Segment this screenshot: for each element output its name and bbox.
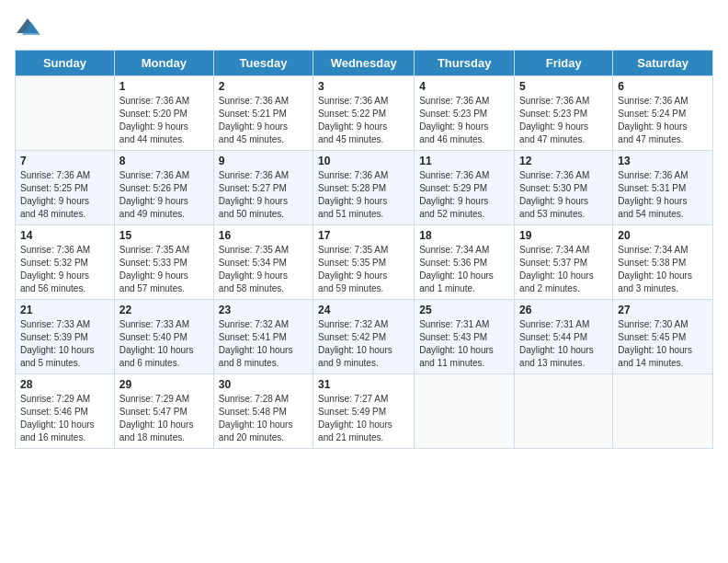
calendar-cell: 9Sunrise: 7:36 AM Sunset: 5:27 PM Daylig… — [213, 151, 313, 225]
calendar-cell: 12Sunrise: 7:36 AM Sunset: 5:30 PM Dayli… — [515, 151, 613, 225]
weekday-header-thursday: Thursday — [415, 51, 515, 76]
day-number: 6 — [618, 80, 708, 93]
calendar-cell — [515, 374, 613, 449]
weekday-header-tuesday: Tuesday — [213, 51, 313, 76]
calendar-cell: 28Sunrise: 7:29 AM Sunset: 5:46 PM Dayli… — [16, 374, 115, 449]
logo — [15, 15, 44, 40]
calendar-cell: 27Sunrise: 7:30 AM Sunset: 5:45 PM Dayli… — [613, 300, 713, 374]
day-sun-info: Sunrise: 7:34 AM Sunset: 5:36 PM Dayligh… — [419, 244, 509, 295]
calendar-cell — [415, 374, 515, 449]
day-number: 14 — [20, 229, 109, 242]
calendar-week-row: 1Sunrise: 7:36 AM Sunset: 5:20 PM Daylig… — [16, 76, 713, 151]
calendar-cell: 7Sunrise: 7:36 AM Sunset: 5:25 PM Daylig… — [16, 151, 115, 225]
day-sun-info: Sunrise: 7:36 AM Sunset: 5:23 PM Dayligh… — [519, 95, 608, 146]
day-number: 21 — [20, 304, 109, 316]
day-number: 26 — [519, 304, 608, 316]
day-sun-info: Sunrise: 7:28 AM Sunset: 5:48 PM Dayligh… — [219, 393, 308, 444]
day-sun-info: Sunrise: 7:35 AM Sunset: 5:34 PM Dayligh… — [219, 244, 308, 295]
weekday-header-row: SundayMondayTuesdayWednesdayThursdayFrid… — [16, 51, 713, 76]
day-sun-info: Sunrise: 7:36 AM Sunset: 5:32 PM Dayligh… — [20, 244, 109, 295]
calendar-cell: 3Sunrise: 7:36 AM Sunset: 5:22 PM Daylig… — [313, 76, 415, 151]
calendar-cell: 13Sunrise: 7:36 AM Sunset: 5:31 PM Dayli… — [613, 151, 713, 225]
day-number: 20 — [618, 229, 708, 242]
day-number: 29 — [119, 378, 209, 391]
day-number: 27 — [618, 304, 708, 316]
logo-icon — [15, 15, 40, 40]
day-number: 22 — [119, 304, 209, 316]
day-number: 5 — [519, 80, 608, 93]
calendar-cell: 14Sunrise: 7:36 AM Sunset: 5:32 PM Dayli… — [16, 225, 115, 300]
calendar-body: 1Sunrise: 7:36 AM Sunset: 5:20 PM Daylig… — [16, 76, 713, 449]
day-sun-info: Sunrise: 7:36 AM Sunset: 5:22 PM Dayligh… — [318, 95, 409, 146]
day-sun-info: Sunrise: 7:36 AM Sunset: 5:23 PM Dayligh… — [419, 95, 509, 146]
day-number: 10 — [318, 155, 409, 167]
day-number: 3 — [318, 80, 409, 93]
calendar-cell — [16, 76, 115, 151]
day-sun-info: Sunrise: 7:29 AM Sunset: 5:47 PM Dayligh… — [119, 393, 209, 444]
day-number: 9 — [219, 155, 308, 167]
day-sun-info: Sunrise: 7:34 AM Sunset: 5:38 PM Dayligh… — [618, 244, 708, 295]
day-sun-info: Sunrise: 7:35 AM Sunset: 5:33 PM Dayligh… — [119, 244, 209, 295]
day-number: 17 — [318, 229, 409, 242]
calendar-week-row: 28Sunrise: 7:29 AM Sunset: 5:46 PM Dayli… — [16, 374, 713, 449]
day-sun-info: Sunrise: 7:30 AM Sunset: 5:45 PM Dayligh… — [618, 318, 708, 370]
day-sun-info: Sunrise: 7:27 AM Sunset: 5:49 PM Dayligh… — [318, 393, 409, 444]
page-header — [15, 15, 713, 40]
day-number: 7 — [20, 155, 109, 167]
day-sun-info: Sunrise: 7:36 AM Sunset: 5:20 PM Dayligh… — [119, 95, 209, 146]
day-number: 11 — [419, 155, 509, 167]
calendar-cell: 18Sunrise: 7:34 AM Sunset: 5:36 PM Dayli… — [415, 225, 515, 300]
calendar-cell: 16Sunrise: 7:35 AM Sunset: 5:34 PM Dayli… — [213, 225, 313, 300]
calendar-cell: 19Sunrise: 7:34 AM Sunset: 5:37 PM Dayli… — [515, 225, 613, 300]
day-number: 24 — [318, 304, 409, 316]
day-number: 25 — [419, 304, 509, 316]
day-sun-info: Sunrise: 7:31 AM Sunset: 5:44 PM Dayligh… — [519, 318, 608, 370]
day-sun-info: Sunrise: 7:32 AM Sunset: 5:42 PM Dayligh… — [318, 318, 409, 370]
day-sun-info: Sunrise: 7:36 AM Sunset: 5:21 PM Dayligh… — [219, 95, 308, 146]
calendar-cell: 1Sunrise: 7:36 AM Sunset: 5:20 PM Daylig… — [114, 76, 213, 151]
calendar-cell: 11Sunrise: 7:36 AM Sunset: 5:29 PM Dayli… — [415, 151, 515, 225]
calendar-header: SundayMondayTuesdayWednesdayThursdayFrid… — [16, 51, 713, 76]
day-sun-info: Sunrise: 7:33 AM Sunset: 5:40 PM Dayligh… — [119, 318, 209, 370]
day-number: 19 — [519, 229, 608, 242]
day-sun-info: Sunrise: 7:36 AM Sunset: 5:31 PM Dayligh… — [618, 169, 708, 221]
day-number: 4 — [419, 80, 509, 93]
day-number: 15 — [119, 229, 209, 242]
day-sun-info: Sunrise: 7:34 AM Sunset: 5:37 PM Dayligh… — [519, 244, 608, 295]
calendar-week-row: 14Sunrise: 7:36 AM Sunset: 5:32 PM Dayli… — [16, 225, 713, 300]
calendar-cell: 29Sunrise: 7:29 AM Sunset: 5:47 PM Dayli… — [114, 374, 213, 449]
day-number: 8 — [119, 155, 209, 167]
calendar-cell: 17Sunrise: 7:35 AM Sunset: 5:35 PM Dayli… — [313, 225, 415, 300]
calendar-cell: 22Sunrise: 7:33 AM Sunset: 5:40 PM Dayli… — [114, 300, 213, 374]
day-number: 31 — [318, 378, 409, 391]
weekday-header-saturday: Saturday — [613, 51, 713, 76]
calendar-week-row: 21Sunrise: 7:33 AM Sunset: 5:39 PM Dayli… — [16, 300, 713, 374]
weekday-header-friday: Friday — [515, 51, 613, 76]
calendar-cell: 24Sunrise: 7:32 AM Sunset: 5:42 PM Dayli… — [313, 300, 415, 374]
day-sun-info: Sunrise: 7:29 AM Sunset: 5:46 PM Dayligh… — [20, 393, 109, 444]
day-sun-info: Sunrise: 7:36 AM Sunset: 5:25 PM Dayligh… — [20, 169, 109, 221]
calendar-cell: 21Sunrise: 7:33 AM Sunset: 5:39 PM Dayli… — [16, 300, 115, 374]
calendar-cell: 15Sunrise: 7:35 AM Sunset: 5:33 PM Dayli… — [114, 225, 213, 300]
day-number: 1 — [119, 80, 209, 93]
day-sun-info: Sunrise: 7:36 AM Sunset: 5:24 PM Dayligh… — [618, 95, 708, 146]
day-sun-info: Sunrise: 7:35 AM Sunset: 5:35 PM Dayligh… — [318, 244, 409, 295]
calendar-cell: 30Sunrise: 7:28 AM Sunset: 5:48 PM Dayli… — [213, 374, 313, 449]
calendar-cell: 25Sunrise: 7:31 AM Sunset: 5:43 PM Dayli… — [415, 300, 515, 374]
day-sun-info: Sunrise: 7:36 AM Sunset: 5:27 PM Dayligh… — [219, 169, 308, 221]
weekday-header-monday: Monday — [114, 51, 213, 76]
calendar-cell: 8Sunrise: 7:36 AM Sunset: 5:26 PM Daylig… — [114, 151, 213, 225]
calendar-cell: 4Sunrise: 7:36 AM Sunset: 5:23 PM Daylig… — [415, 76, 515, 151]
weekday-header-wednesday: Wednesday — [313, 51, 415, 76]
calendar-cell — [613, 374, 713, 449]
weekday-header-sunday: Sunday — [16, 51, 115, 76]
day-number: 12 — [519, 155, 608, 167]
calendar-cell: 20Sunrise: 7:34 AM Sunset: 5:38 PM Dayli… — [613, 225, 713, 300]
calendar-cell: 23Sunrise: 7:32 AM Sunset: 5:41 PM Dayli… — [213, 300, 313, 374]
day-sun-info: Sunrise: 7:33 AM Sunset: 5:39 PM Dayligh… — [20, 318, 109, 370]
day-number: 16 — [219, 229, 308, 242]
day-sun-info: Sunrise: 7:36 AM Sunset: 5:30 PM Dayligh… — [519, 169, 608, 221]
day-sun-info: Sunrise: 7:36 AM Sunset: 5:26 PM Dayligh… — [119, 169, 209, 221]
calendar-cell: 26Sunrise: 7:31 AM Sunset: 5:44 PM Dayli… — [515, 300, 613, 374]
calendar-cell: 6Sunrise: 7:36 AM Sunset: 5:24 PM Daylig… — [613, 76, 713, 151]
